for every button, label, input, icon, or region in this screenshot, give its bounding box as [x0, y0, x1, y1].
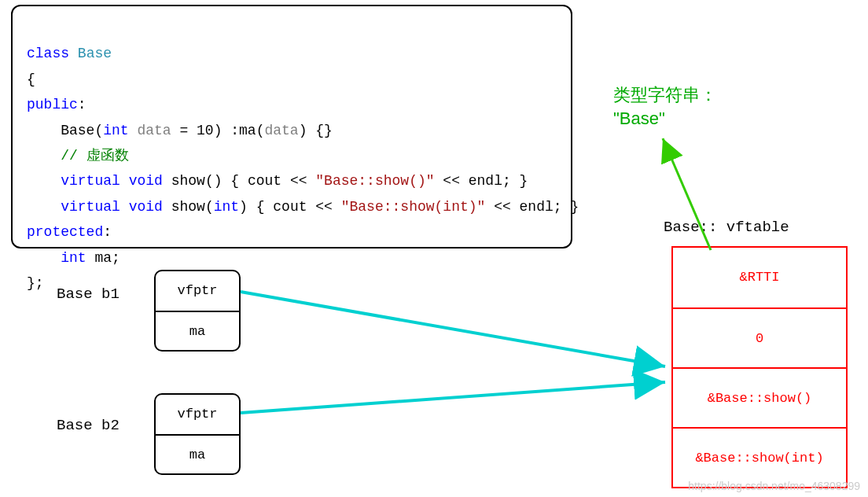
arrow-b2 [241, 382, 665, 413]
code-close: }; [27, 275, 44, 291]
class-name: Base [78, 46, 112, 61]
label-b1: Base b1 [57, 285, 120, 303]
vftable-rtti: &RTTI [673, 248, 846, 307]
vftable-label: Base:: vftable [664, 219, 789, 236]
virtual-show-int: virtual void show(int) { cout << "Base::… [27, 199, 579, 215]
ctor: Base(int data = 10) :ma(data) {} [27, 123, 333, 138]
b1-ma: ma [156, 311, 239, 350]
kw-public: public [27, 97, 78, 112]
vftable-offset: 0 [673, 307, 846, 367]
b2-ma: ma [156, 434, 239, 473]
b2-vfptr: vfptr [156, 395, 239, 434]
object-b2: vfptr ma [154, 393, 241, 475]
label-b2: Base b2 [57, 417, 120, 434]
code-brace: { [27, 72, 35, 87]
vftable: &RTTI 0 &Base::show() &Base::show(int) [671, 246, 848, 488]
arrow-b1 [241, 292, 665, 366]
b1-vfptr: vfptr [156, 271, 239, 311]
vftable-show: &Base::show() [673, 367, 846, 427]
ma-decl: int ma; [27, 250, 120, 266]
vftable-show-int: &Base::show(int) [673, 427, 846, 487]
virtual-show: virtual void show() { cout << "Base::sho… [27, 173, 528, 189]
kw-protected: protected [27, 224, 103, 240]
code-block: class Base { public: Base(int data = 10)… [11, 5, 572, 248]
object-b1: vfptr ma [154, 270, 241, 352]
type-string-value: "Base" [613, 109, 665, 129]
comment: // 虚函数 [27, 148, 129, 164]
watermark: https://blog.csdn.net/mo_46308299 [688, 480, 860, 492]
kw-class: class [27, 46, 69, 61]
type-string-title: 类型字符串： [613, 83, 717, 107]
